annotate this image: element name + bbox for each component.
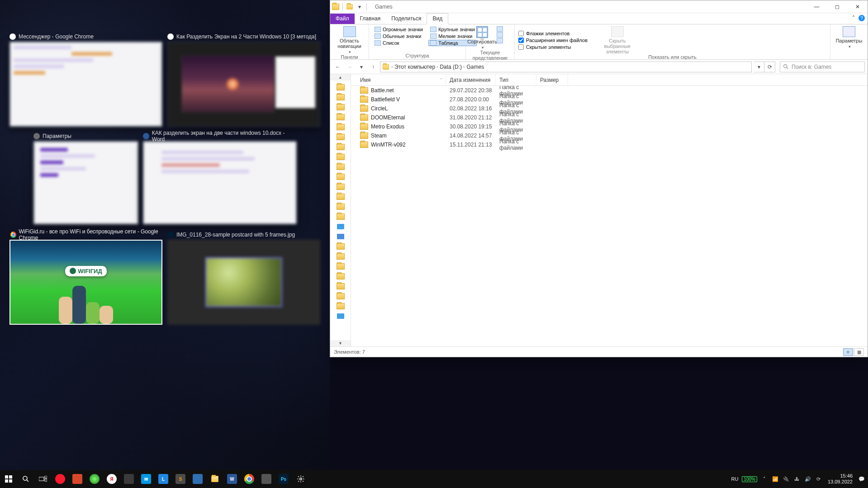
tab-file[interactable]: Файл — [330, 14, 355, 24]
app-l[interactable]: L — [155, 470, 172, 488]
maximize-button[interactable]: ◻ — [827, 0, 847, 13]
taskview-title-text: WiFiGid.ru - все про WiFi и беспроводные… — [19, 228, 162, 241]
app-generic2[interactable] — [189, 470, 206, 488]
hide-selected-label: Скрыть выбранные элементы — [596, 38, 639, 54]
app-photoshop[interactable]: Ps — [275, 470, 292, 488]
col-size[interactable]: Размер — [536, 74, 568, 85]
svg-line-3 — [27, 480, 28, 482]
app-generic-red[interactable] — [69, 470, 86, 488]
battery-indicator[interactable]: 100% — [742, 476, 757, 482]
up-button[interactable]: ↑ — [368, 62, 378, 72]
folder-icon — [360, 123, 368, 130]
breadcrumb-folder[interactable]: Games — [466, 64, 484, 70]
taskview-title: WiFiGid.ru - все про WiFi и беспроводные… — [9, 230, 162, 240]
app-word[interactable]: W — [223, 470, 241, 488]
ribbon-group-label — [834, 53, 864, 58]
app-explorer[interactable] — [206, 470, 223, 488]
sort-label: Сортировать — [467, 39, 497, 44]
tab-share[interactable]: Поделиться — [386, 14, 427, 24]
chk-itemboxes[interactable]: Флажки элементов — [518, 31, 588, 36]
app-settings[interactable] — [292, 470, 309, 488]
chk-extensions[interactable]: Расширения имен файлов — [518, 38, 588, 43]
address-bar[interactable]: › Этот компьютер› Data (D:)› Games — [380, 62, 752, 72]
tray-network-icon[interactable]: 🖧 — [793, 475, 801, 483]
tray-chevron[interactable]: ˄ — [761, 475, 768, 483]
window-title: Games — [375, 4, 393, 10]
chk-hidden[interactable]: Скрытые элементы — [518, 44, 588, 50]
breadcrumb-pc[interactable]: Этот компьютер› — [394, 64, 438, 70]
folder-icon — [332, 4, 339, 10]
nav-pane-button[interactable]: Область навигации ▾ — [335, 26, 364, 54]
table-row[interactable]: CircleL02.08.2022 18:16Папка с файлами — [351, 104, 868, 113]
app-sublime[interactable]: S — [172, 470, 189, 488]
search-box[interactable]: Поиск в: Games — [780, 62, 865, 72]
table-row[interactable]: DOOMEternal31.08.2020 21:12Папка с файла… — [351, 113, 868, 122]
file-list: Имя˄ Дата изменения Тип Размер Battle.ne… — [351, 74, 868, 346]
view-details-button[interactable]: ≡ — [843, 348, 853, 356]
table-row[interactable]: Metro Exodus30.08.2020 19:15Папка с файл… — [351, 122, 868, 131]
col-date[interactable]: Дата изменения — [446, 74, 496, 85]
group-by-icon[interactable] — [497, 26, 503, 32]
help-icon[interactable]: ? — [859, 15, 865, 21]
recent-dropdown[interactable]: ▾ — [356, 62, 366, 72]
navigation-pane[interactable]: ▲ ▼ — [330, 74, 351, 346]
app-generic3[interactable] — [258, 470, 275, 488]
table-row[interactable]: WinMTR-v09215.11.2021 21:13Папка с файла… — [351, 140, 868, 149]
app-opera[interactable] — [52, 470, 69, 488]
folder-icon — [360, 105, 368, 112]
sort-button[interactable]: Сортировать ▾ — [470, 26, 495, 50]
tray-sync-icon[interactable]: ⟳ — [815, 475, 822, 483]
options-button[interactable]: Параметры ▾ — [835, 26, 863, 49]
photoshop-icon — [167, 232, 174, 238]
close-button[interactable]: ✕ — [847, 0, 868, 13]
app-yandex[interactable]: Я — [103, 470, 120, 488]
ribbon: Область навигации ▾ Панели Огромные знач… — [330, 24, 868, 60]
col-name[interactable]: Имя˄ — [356, 74, 446, 85]
taskview-thumb-photoshop[interactable] — [167, 240, 320, 325]
tab-view[interactable]: Вид — [427, 13, 448, 24]
file-explorer-window: ▾ Games — ◻ ✕ Файл Главная Поделиться Ви… — [330, 0, 868, 357]
layout-list[interactable]: Список — [373, 40, 425, 46]
taskview-thumb-settings[interactable] — [33, 141, 138, 224]
taskview-title: КАК разделить экран на две части windows… — [143, 131, 297, 141]
tray-power-icon[interactable]: 🔌 — [783, 475, 790, 483]
minimize-button[interactable]: — — [806, 0, 827, 13]
nav-scroll-up[interactable]: ▲ — [330, 74, 351, 81]
clock[interactable]: 15:46 13.09.2022 — [828, 473, 853, 484]
col-type[interactable]: Тип — [496, 74, 536, 85]
nav-scroll-down[interactable]: ▼ — [330, 340, 351, 346]
taskview-button[interactable] — [34, 470, 52, 488]
layout-medium[interactable]: Обычные значки — [373, 33, 425, 39]
app-mail[interactable]: ✉ — [138, 470, 155, 488]
qat-btn[interactable] — [346, 3, 353, 10]
back-button[interactable]: ← — [333, 62, 343, 72]
taskview-thumb-word[interactable] — [143, 141, 297, 224]
address-dropdown[interactable]: ▾ — [754, 62, 764, 72]
ribbon-collapse-icon[interactable]: ˄ — [852, 15, 855, 21]
layout-huge[interactable]: Огромные значки — [373, 26, 425, 33]
app-browser[interactable] — [86, 470, 103, 488]
language-indicator[interactable]: RU — [731, 476, 738, 482]
file-date: 02.08.2022 18:16 — [446, 105, 496, 112]
word-icon — [143, 133, 149, 139]
size-columns-icon[interactable] — [497, 38, 503, 43]
action-center-icon[interactable]: 💬 — [858, 475, 865, 483]
tab-home[interactable]: Главная — [355, 14, 386, 24]
breadcrumb-drive[interactable]: Data (D:)› — [440, 64, 465, 70]
tray-bluetooth-icon[interactable]: 📶 — [772, 475, 779, 483]
table-row[interactable]: Battle.net29.07.2022 20:38Папка с файлам… — [351, 86, 868, 95]
table-row[interactable]: Steam14.08.2022 14:57Папка с файлами — [351, 131, 868, 140]
refresh-button[interactable]: ⟳ — [764, 62, 775, 72]
titlebar[interactable]: ▾ Games — ◻ ✕ — [330, 0, 868, 13]
view-large-button[interactable]: ▦ — [854, 348, 864, 356]
app-generic[interactable] — [120, 470, 138, 488]
qat-dropdown[interactable]: ▾ — [356, 3, 363, 10]
table-row[interactable]: Battlefield V27.08.2020 0:00Папка с файл… — [351, 95, 868, 104]
search-button[interactable] — [17, 470, 34, 488]
add-columns-icon[interactable] — [497, 32, 503, 38]
tray-volume-icon[interactable]: 🔊 — [804, 475, 811, 483]
app-chrome[interactable] — [241, 470, 258, 488]
taskview-thumb-splitscreen[interactable] — [167, 42, 320, 127]
taskview-thumb-messenger[interactable] — [9, 42, 162, 127]
start-button[interactable] — [0, 470, 17, 488]
